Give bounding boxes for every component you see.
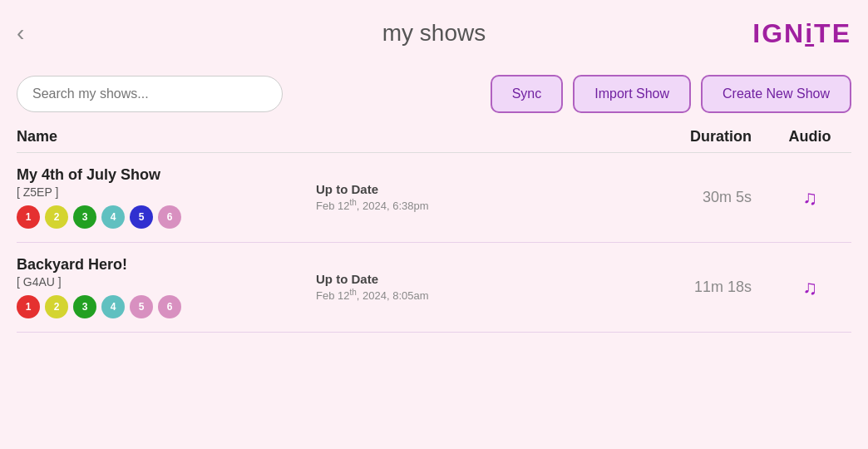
import-show-button[interactable]: Import Show: [573, 75, 691, 113]
zone-dot: 4: [101, 295, 125, 318]
toolbar: Sync Import Show Create New Show: [0, 67, 868, 121]
zone-dot: 3: [73, 295, 96, 318]
show-audio-icon: ♫: [768, 186, 851, 210]
col-header-audio: Audio: [768, 128, 851, 146]
sync-button[interactable]: Sync: [491, 75, 564, 113]
zone-dot: 1: [17, 295, 40, 318]
show-info: My 4th of July Show [ Z5EP ] 123456: [17, 166, 316, 229]
zone-dots: 123456: [17, 205, 316, 229]
back-button[interactable]: ‹: [17, 22, 24, 45]
status-label: Up to Date: [316, 272, 635, 286]
logo-text: IGNiTE: [752, 18, 851, 48]
show-info: Backyard Hero! [ G4AU ] 123456: [17, 256, 316, 318]
col-header-duration: Duration: [635, 128, 768, 146]
show-status: Up to Date Feb 12th, 2024, 8:05am: [316, 272, 635, 302]
show-duration: 11m 18s: [635, 279, 768, 296]
status-date: Feb 12th, 2024, 8:05am: [316, 288, 635, 302]
app-logo: IGNiTE: [752, 18, 851, 49]
zone-dot: 2: [45, 295, 68, 318]
status-label: Up to Date: [316, 182, 635, 196]
zone-dot: 2: [45, 205, 68, 229]
show-status: Up to Date Feb 12th, 2024, 6:38pm: [316, 182, 635, 212]
table-row[interactable]: Backyard Hero! [ G4AU ] 123456 Up to Dat…: [17, 243, 851, 333]
zone-dot: 4: [101, 205, 125, 229]
table-header: Name Duration Audio: [17, 121, 851, 153]
shows-table: Name Duration Audio My 4th of July Show …: [0, 121, 868, 333]
zone-dot: 6: [158, 205, 181, 229]
status-date: Feb 12th, 2024, 6:38pm: [316, 198, 635, 212]
zone-dot: 5: [130, 205, 153, 229]
show-code: [ Z5EP ]: [17, 185, 316, 199]
show-name: My 4th of July Show: [17, 166, 316, 184]
zone-dot: 6: [158, 295, 181, 318]
toolbar-buttons: Sync Import Show Create New Show: [491, 75, 851, 113]
show-audio-icon: ♫: [768, 276, 851, 299]
zone-dot: 5: [130, 295, 153, 318]
zone-dot: 3: [73, 205, 96, 229]
show-name: Backyard Hero!: [17, 256, 316, 274]
show-code: [ G4AU ]: [17, 275, 316, 289]
back-icon: ‹: [17, 20, 24, 46]
search-input[interactable]: [17, 76, 283, 112]
zone-dot: 1: [17, 205, 40, 229]
show-duration: 30m 5s: [635, 189, 768, 206]
show-rows: My 4th of July Show [ Z5EP ] 123456 Up t…: [17, 153, 851, 333]
zone-dots: 123456: [17, 295, 316, 318]
page-title: my shows: [382, 20, 486, 47]
col-header-name: Name: [17, 128, 316, 146]
table-row[interactable]: My 4th of July Show [ Z5EP ] 123456 Up t…: [17, 153, 851, 243]
create-new-show-button[interactable]: Create New Show: [701, 75, 851, 113]
